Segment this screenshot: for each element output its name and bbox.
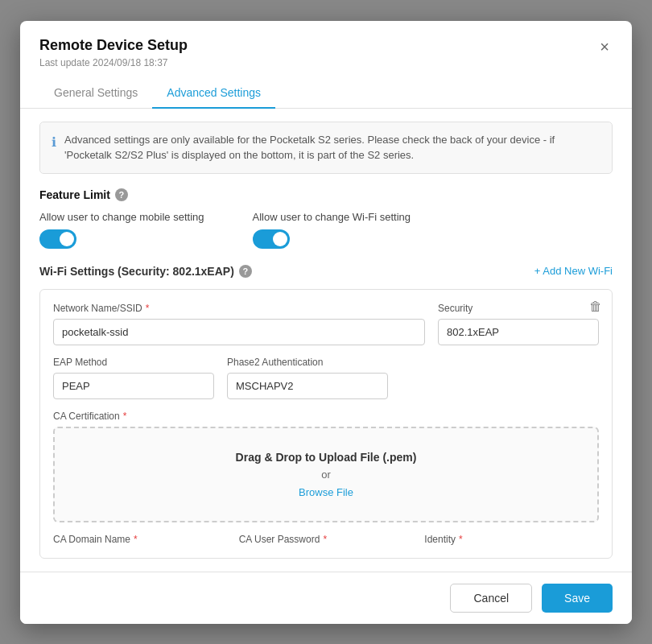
toggle-wifi: Allow user to change Wi-Fi setting [253,211,411,249]
form-group-security: Security [438,303,599,345]
dialog-subtitle: Last update 2024/09/18 18:37 [39,57,188,68]
info-text: Advanced settings are only available for… [64,132,600,163]
ssid-required: * [146,303,150,314]
dialog-title: Remote Device Setup [39,37,188,54]
ca-password-label: CA User Password * [239,534,414,545]
info-icon: ℹ [52,133,56,152]
ca-cert-dropzone[interactable]: Drag & Drop to Upload File (.pem) or Bro… [53,427,599,522]
phase2-input[interactable] [227,373,388,399]
dialog-footer: Cancel Save [20,572,632,624]
ca-cert-drag-text: Drag & Drop to Upload File (.pem) [68,451,584,464]
eap-label: EAP Method [53,357,214,368]
form-group-phase2: Phase2 Authentication [227,357,388,399]
delete-wifi-button[interactable]: 🗑 [589,299,602,314]
form-row-ssid: Network Name/SSID * Security [53,303,599,345]
ca-domain-label: CA Domain Name * [53,534,228,545]
tab-advanced[interactable]: Advanced Settings [152,78,275,109]
close-button[interactable]: × [596,37,613,56]
form-group-ssid: Network Name/SSID * [53,303,425,345]
tabs-container: General Settings Advanced Settings [20,78,632,109]
wifi-card: 🗑 Network Name/SSID * Security [39,289,613,559]
ssid-label: Network Name/SSID * [53,303,425,314]
save-button[interactable]: Save [542,584,613,613]
wifi-help-icon[interactable]: ? [239,265,252,278]
phase2-label: Phase2 Authentication [227,357,388,368]
feature-limit-help-icon[interactable]: ? [115,188,128,201]
security-input[interactable] [438,319,599,345]
ca-cert-required: * [123,411,127,422]
form-group-eap: EAP Method [53,357,214,399]
bottom-labels-row: CA Domain Name * CA User Password * Iden… [53,526,599,545]
toggle-wifi-thumb [273,232,287,246]
toggle-wifi-switch[interactable] [253,229,290,249]
ca-cert-label: CA Certification * [53,411,599,422]
form-group-ca-cert: CA Certification * Drag & Drop to Upload… [53,411,599,526]
form-row-eap: EAP Method Phase2 Authentication [53,357,599,399]
identity-label: Identity * [424,534,599,545]
toggle-mobile-thumb [60,232,74,246]
feature-limit-title: Feature Limit [39,188,110,201]
security-label: Security [438,303,599,314]
toggle-mobile: Allow user to change mobile setting [39,211,204,249]
toggle-wifi-label: Allow user to change Wi-Fi setting [253,211,411,223]
dialog: Remote Device Setup Last update 2024/09/… [20,21,632,624]
eap-input[interactable] [53,373,214,399]
cancel-button[interactable]: Cancel [450,584,532,613]
browse-file-button[interactable]: Browse File [299,486,353,498]
info-box: ℹ Advanced settings are only available f… [39,122,613,174]
feature-limit-section: Feature Limit ? [39,188,613,201]
dialog-header: Remote Device Setup Last update 2024/09/… [20,21,632,72]
tab-general[interactable]: General Settings [39,78,152,109]
add-new-wifi-button[interactable]: + Add New Wi-Fi [534,265,613,277]
toggle-mobile-label: Allow user to change mobile setting [39,211,204,223]
toggle-mobile-switch[interactable] [39,229,76,249]
dialog-body: ℹ Advanced settings are only available f… [20,109,632,572]
ssid-input[interactable] [53,319,425,345]
wifi-section-header: Wi-Fi Settings (Security: 802.1xEAP) ? +… [39,265,613,278]
toggle-row: Allow user to change mobile setting Allo… [39,211,613,249]
wifi-section-title: Wi-Fi Settings (Security: 802.1xEAP) ? [39,265,252,278]
ca-cert-or-text: or [68,469,584,481]
